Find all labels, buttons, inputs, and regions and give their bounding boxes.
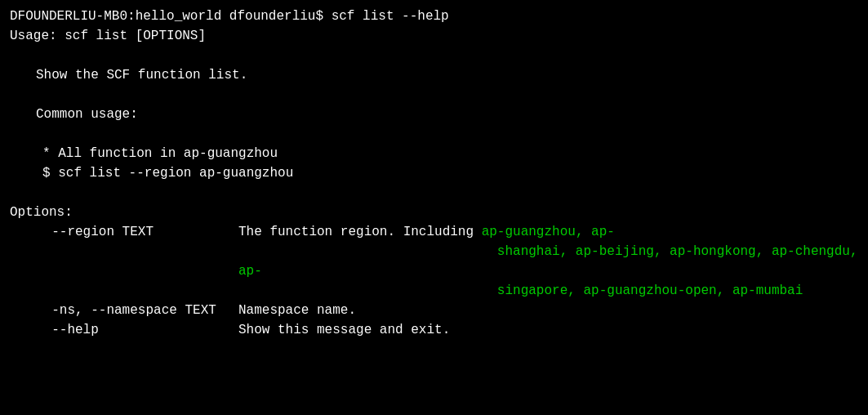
example-command: $ scf list --region ap-guangzhou — [10, 163, 858, 183]
common-usage-label: Common usage: — [10, 105, 858, 124]
option-namespace-desc-before: Namespace name. — [238, 303, 356, 318]
option-region-flag: --region TEXT — [10, 222, 238, 242]
option-namespace-flag: -ns, --namespace TEXT — [10, 301, 238, 320]
options-label: Options: — [10, 203, 858, 222]
description: Show the SCF function list. — [10, 65, 858, 85]
option-namespace-desc: Namespace name. — [238, 301, 858, 320]
example-comment: * All function in ap-guangzhou — [10, 144, 858, 163]
option-help-desc-before: Show this message and exit. — [238, 323, 450, 337]
option-region-desc: The function region. Including ap-guangz… — [238, 222, 858, 301]
option-region: --region TEXT The function region. Inclu… — [10, 222, 858, 301]
option-help: --help Show this message and exit. — [10, 320, 858, 340]
prompt-line: DFOUNDERLIU-MB0:hello_world dfounderliu$… — [10, 7, 858, 26]
terminal-container: DFOUNDERLIU-MB0:hello_world dfounderliu$… — [10, 7, 858, 340]
usage-line: Usage: scf list [OPTIONS] — [10, 26, 858, 46]
option-help-desc: Show this message and exit. — [238, 320, 858, 340]
option-region-desc-before: The function region. Including — [238, 225, 482, 239]
option-namespace: -ns, --namespace TEXT Namespace name. — [10, 301, 858, 320]
option-help-flag: --help — [10, 320, 238, 340]
